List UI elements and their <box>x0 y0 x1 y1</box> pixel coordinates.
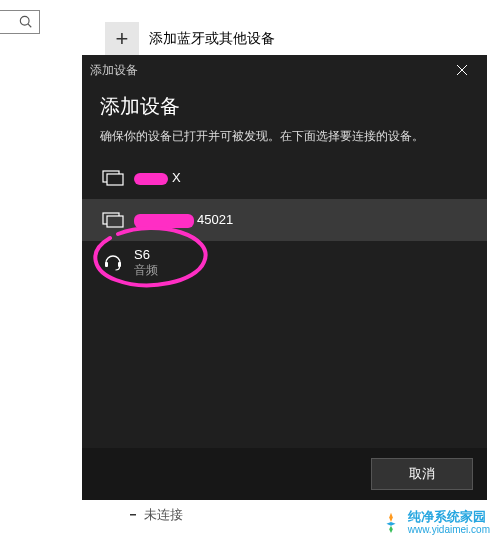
device-name: 45021 <box>134 212 233 228</box>
svg-line-1 <box>28 24 31 27</box>
dialog-window-title: 添加设备 <box>90 62 138 79</box>
device-status-row: 未连接 <box>130 506 183 524</box>
device-item[interactable]: X <box>100 157 469 199</box>
headset-icon <box>102 253 124 271</box>
watermark-logo-icon <box>380 511 402 533</box>
status-text: 未连接 <box>144 506 183 524</box>
add-device-label: 添加蓝牙或其他设备 <box>149 30 275 48</box>
dialog-titlebar: 添加设备 <box>82 55 487 85</box>
cancel-button[interactable]: 取消 <box>371 458 473 490</box>
svg-point-0 <box>20 16 29 25</box>
device-name: S6 <box>134 247 158 263</box>
display-icon <box>102 169 124 187</box>
watermark-url: www.yidaimei.com <box>408 524 490 535</box>
svg-rect-7 <box>107 216 123 227</box>
svg-rect-9 <box>118 262 121 267</box>
add-device-row[interactable]: + 添加蓝牙或其他设备 <box>105 22 275 56</box>
watermark: 纯净系统家园 www.yidaimei.com <box>380 510 490 535</box>
dialog-subtitle: 确保你的设备已打开并可被发现。在下面选择要连接的设备。 <box>100 128 469 145</box>
svg-rect-5 <box>107 174 123 185</box>
svg-rect-10 <box>130 514 136 516</box>
dialog-close-button[interactable] <box>445 56 479 84</box>
device-item[interactable]: S6 音频 <box>100 241 469 283</box>
redacted-text <box>134 214 194 228</box>
bullet-icon <box>130 512 136 518</box>
search-icon <box>19 15 33 29</box>
close-icon <box>457 65 467 75</box>
plus-icon: + <box>105 22 139 56</box>
settings-search[interactable] <box>0 10 40 34</box>
dialog-heading: 添加设备 <box>100 93 469 120</box>
display-icon <box>102 211 124 229</box>
device-subtype: 音频 <box>134 263 158 277</box>
device-item[interactable]: 45021 <box>82 199 487 241</box>
svg-rect-8 <box>105 262 108 267</box>
redacted-text <box>134 173 168 185</box>
device-name: X <box>134 170 181 186</box>
add-device-dialog: 添加设备 添加设备 确保你的设备已打开并可被发现。在下面选择要连接的设备。 X … <box>82 55 487 500</box>
watermark-text: 纯净系统家园 <box>408 510 490 524</box>
dialog-footer: 取消 <box>82 448 487 500</box>
